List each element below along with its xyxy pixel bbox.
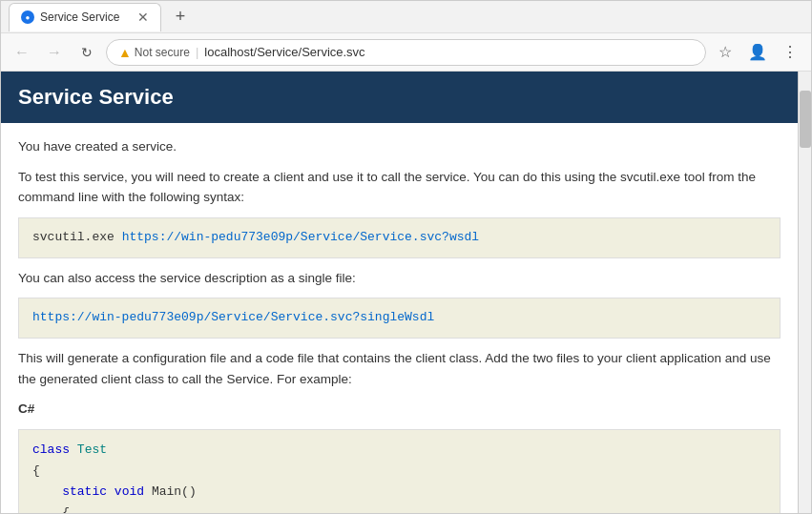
kw-main: Main()	[152, 484, 197, 499]
tab-title: Service Service	[40, 10, 119, 24]
kw-void: void	[115, 484, 144, 499]
url-text: localhost/Service/Service.svc	[204, 45, 364, 59]
paragraph-3: This will generate a configuration file …	[18, 348, 781, 389]
page-body: You have created a service. To test this…	[1, 123, 798, 513]
profile-button[interactable]: 👤	[744, 39, 771, 66]
code-line-1: class Test	[32, 440, 766, 461]
kw-class: class	[32, 442, 70, 457]
address-bar: ← → ↻ ▲ Not secure | localhost/Service/S…	[1, 33, 811, 72]
bookmark-button[interactable]: ☆	[712, 39, 739, 66]
code-block-svcutil: svcutil.exe https://win-pedu773e09p/Serv…	[18, 217, 781, 258]
tab-favicon-icon	[21, 10, 34, 24]
page-content: Service Service You have created a servi…	[1, 72, 811, 513]
url-bar[interactable]: ▲ Not secure | localhost/Service/Service…	[106, 39, 706, 66]
code-line-2: {	[32, 461, 766, 482]
code-example: class Test { static void Main() { Servic…	[18, 429, 781, 513]
also-access-text: You can also access the service descript…	[18, 268, 781, 289]
page-header: Service Service	[1, 72, 798, 123]
forward-button[interactable]: →	[41, 39, 68, 66]
code-line-4: {	[32, 503, 766, 513]
page-scroll-area[interactable]: Service Service You have created a servi…	[1, 72, 798, 513]
tab-strip: Service Service ✕ +	[9, 3, 803, 31]
new-tab-button[interactable]: +	[167, 4, 194, 31]
svcutil-cmd: svcutil.exe	[32, 230, 122, 244]
kw-test: Test	[77, 442, 107, 457]
tab-close-button[interactable]: ✕	[137, 10, 149, 25]
warning-triangle-icon: ▲	[118, 45, 132, 60]
lang-label: C#	[18, 399, 781, 420]
browser-frame: Service Service ✕ + ─ □ ✕ ← → ↻ ▲ Not se…	[0, 0, 812, 514]
active-tab[interactable]: Service Service ✕	[9, 3, 161, 31]
url-divider: |	[196, 45, 198, 59]
scroll-thumb[interactable]	[800, 91, 811, 148]
menu-button[interactable]: ⋮	[777, 39, 803, 66]
not-secure-label: Not secure	[135, 46, 190, 59]
back-button[interactable]: ←	[9, 39, 35, 66]
scrollbar[interactable]	[798, 72, 811, 513]
single-wsdl-link[interactable]: https://win-pedu773e09p/Service/Service.…	[32, 310, 434, 324]
refresh-button[interactable]: ↻	[73, 39, 100, 66]
kw-static: static	[62, 484, 107, 499]
wsdl-link[interactable]: https://win-pedu773e09p/Service/Service.…	[122, 230, 479, 244]
title-bar: Service Service ✕ + ─ □ ✕	[1, 1, 811, 33]
security-warning: ▲ Not secure	[118, 45, 190, 60]
page-title: Service Service	[18, 85, 781, 110]
code-line-3: static void Main()	[32, 482, 766, 503]
paragraph-1: You have created a service.	[18, 136, 781, 157]
paragraph-2: To test this service, you will need to c…	[18, 167, 781, 208]
code-block-singlewsdl: https://win-pedu773e09p/Service/Service.…	[18, 298, 781, 339]
